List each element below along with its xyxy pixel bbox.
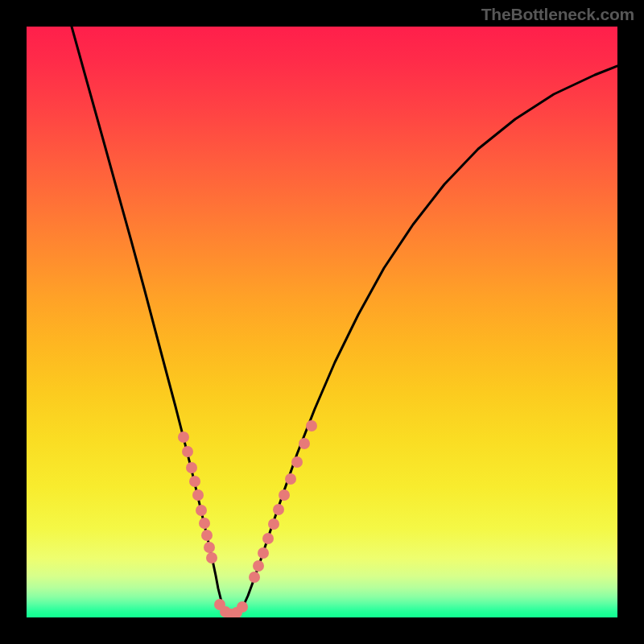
marker-point	[182, 446, 193, 457]
chart-svg	[27, 27, 617, 617]
marker-point	[237, 601, 248, 613]
marker-point	[186, 462, 197, 473]
marker-point	[273, 504, 284, 515]
curve-v-curve	[72, 27, 617, 615]
watermark-text: TheBottleneck.com	[481, 5, 634, 24]
marker-point	[279, 489, 290, 501]
marker-point	[192, 489, 204, 501]
marker-point	[178, 431, 189, 443]
plot-area	[27, 27, 617, 617]
marker-point	[204, 542, 215, 553]
marker-point	[306, 420, 317, 431]
marker-point	[285, 473, 296, 485]
marker-point	[253, 560, 264, 572]
marker-point	[249, 572, 260, 583]
marker-point	[258, 547, 269, 559]
marker-point	[262, 533, 274, 544]
marker-point	[199, 518, 210, 529]
marker-point	[268, 518, 279, 530]
marker-point	[201, 530, 213, 541]
chart-frame: TheBottleneck.com	[0, 0, 644, 644]
marker-point	[196, 505, 207, 516]
marker-point	[189, 476, 200, 487]
marker-point	[206, 552, 217, 564]
marker-point	[299, 438, 310, 449]
marker-point	[291, 456, 303, 468]
